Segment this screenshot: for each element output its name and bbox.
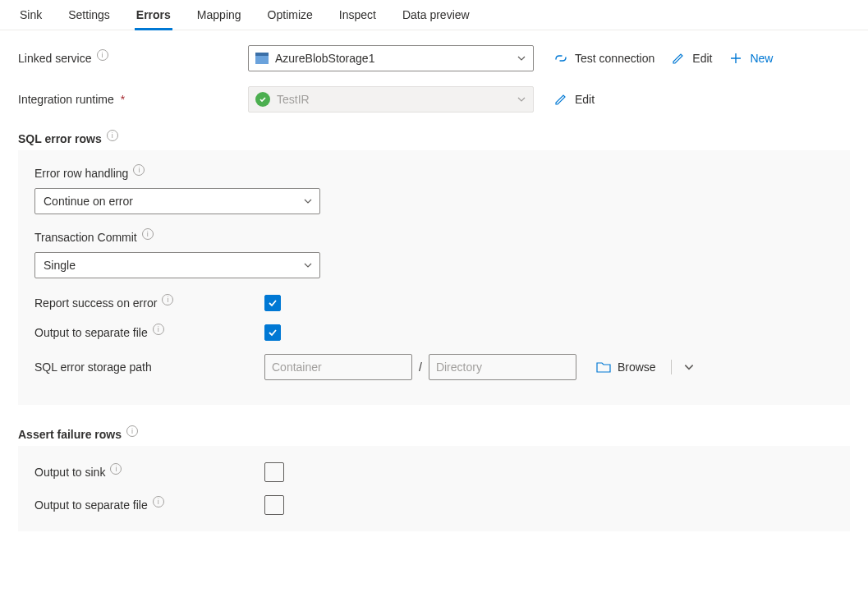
transaction-commit-label: Transaction Commit <box>34 231 137 244</box>
storage-icon <box>255 53 269 64</box>
container-input[interactable]: Container <box>264 354 412 380</box>
edit-runtime-button[interactable]: Edit <box>553 92 595 107</box>
integration-runtime-select[interactable]: TestIR <box>248 86 534 113</box>
folder-icon <box>596 360 611 374</box>
plus-icon <box>728 51 743 66</box>
chevron-down-icon <box>517 94 526 104</box>
transaction-commit-select[interactable]: Single <box>34 252 320 278</box>
path-separator: / <box>417 360 424 374</box>
assert-failure-panel: Output to sink i Output to separate file… <box>18 446 850 531</box>
info-icon[interactable]: i <box>153 324 164 335</box>
pencil-icon <box>553 92 568 107</box>
linked-service-value: AzureBlobStorage1 <box>275 52 374 65</box>
storage-path-label: SQL error storage path <box>34 360 152 374</box>
sql-error-rows-header: SQL error rows <box>18 132 102 145</box>
sql-error-panel: Error row handling i Continue on error T… <box>18 150 850 405</box>
output-separate-checkbox[interactable] <box>264 324 281 341</box>
info-icon[interactable]: i <box>107 130 118 141</box>
success-icon <box>255 92 270 107</box>
report-success-checkbox[interactable] <box>264 295 281 311</box>
assert-failure-header: Assert failure rows <box>18 428 122 441</box>
new-linked-service-button[interactable]: New <box>728 51 773 66</box>
report-success-label: Report success on error <box>34 296 157 310</box>
chevron-down-icon[interactable] <box>682 360 696 374</box>
chevron-down-icon <box>303 260 313 270</box>
directory-input[interactable]: Directory <box>429 354 576 380</box>
tab-optimize[interactable]: Optimize <box>266 5 315 30</box>
linked-service-select[interactable]: AzureBlobStorage1 <box>248 45 534 71</box>
test-connection-label: Test connection <box>575 52 654 65</box>
info-icon[interactable]: i <box>142 228 154 240</box>
required-indicator: * <box>121 93 125 106</box>
error-row-handling-label: Error row handling <box>34 167 128 180</box>
divider <box>671 360 672 374</box>
tab-data-preview[interactable]: Data preview <box>401 5 471 30</box>
edit-label: Edit <box>692 52 712 65</box>
tab-errors[interactable]: Errors <box>135 5 172 30</box>
integration-runtime-label: Integration runtime <box>18 93 114 106</box>
tab-settings[interactable]: Settings <box>67 5 112 30</box>
edit-runtime-label: Edit <box>575 93 595 106</box>
output-separate-label: Output to separate file <box>34 326 148 339</box>
svg-rect-1 <box>255 53 269 56</box>
tab-mapping[interactable]: Mapping <box>195 5 243 30</box>
assert-output-separate-label: Output to separate file <box>34 498 148 512</box>
info-icon[interactable]: i <box>162 294 173 305</box>
new-label: New <box>750 52 773 65</box>
linked-service-label: Linked service <box>18 52 92 65</box>
chevron-down-icon <box>303 196 313 206</box>
error-row-handling-select[interactable]: Continue on error <box>34 188 320 214</box>
info-icon[interactable]: i <box>133 164 145 176</box>
info-icon[interactable]: i <box>153 496 164 507</box>
browse-button[interactable]: Browse <box>618 360 656 374</box>
assert-output-separate-checkbox[interactable] <box>264 495 284 515</box>
transaction-commit-value: Single <box>44 259 76 272</box>
error-row-handling-value: Continue on error <box>44 195 133 208</box>
tab-sink[interactable]: Sink <box>18 5 44 30</box>
tab-inspect[interactable]: Inspect <box>338 5 378 30</box>
output-to-sink-checkbox[interactable] <box>264 462 284 482</box>
info-icon[interactable]: i <box>97 49 108 61</box>
chevron-down-icon <box>517 53 526 63</box>
test-connection-button[interactable]: Test connection <box>553 51 654 66</box>
connection-icon <box>553 51 568 66</box>
info-icon[interactable]: i <box>110 463 122 475</box>
tab-bar: Sink Settings Errors Mapping Optimize In… <box>0 0 868 30</box>
pencil-icon <box>671 51 686 66</box>
info-icon[interactable]: i <box>126 425 138 437</box>
edit-linked-service-button[interactable]: Edit <box>671 51 712 66</box>
output-to-sink-label: Output to sink <box>34 466 105 479</box>
integration-runtime-value: TestIR <box>277 93 310 106</box>
